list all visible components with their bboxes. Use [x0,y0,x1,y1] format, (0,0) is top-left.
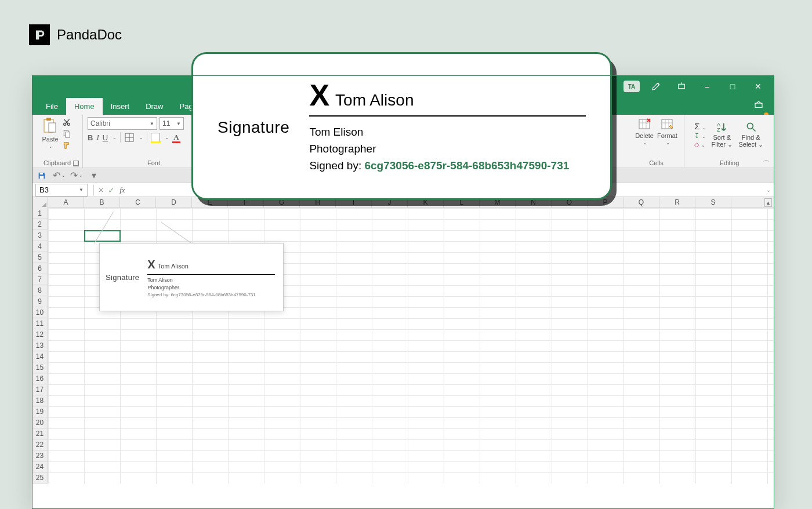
autosum-button[interactable]: Σ ⌄ [694,121,706,131]
enter-formula-icon[interactable]: ✓ [108,186,115,195]
callout-x-icon: X [309,80,329,110]
bold-button[interactable]: B [88,133,93,142]
row-header-4[interactable]: 4 [32,241,48,252]
group-editing: Σ ⌄ ↧ ⌄ ◇ ⌄ AZ Sort & Filter ⌄ Find & Se… [684,115,774,168]
qat-customize-icon[interactable]: ▾ [88,170,100,181]
pandadoc-logo: PandaDoc [29,24,122,45]
paste-button[interactable]: Paste ⌄ [42,117,58,149]
copy-icon[interactable] [61,129,72,139]
row-header-14[interactable]: 14 [32,351,48,362]
user-badge[interactable]: TA [624,81,640,92]
ribbon-display-icon[interactable] [669,75,694,97]
row-header-8[interactable]: 8 [32,285,48,296]
col-header-B[interactable]: B [84,197,120,208]
tab-draw[interactable]: Draw [137,98,171,115]
row-header-6[interactable]: 6 [32,263,48,274]
col-header-R[interactable]: R [659,197,695,208]
collapse-ribbon-icon[interactable]: ︿ [763,155,770,164]
row-header-22[interactable]: 22 [32,439,48,450]
svg-point-14 [747,123,753,129]
col-header-S[interactable]: S [695,197,731,208]
delete-button[interactable]: Delete⌄ [635,117,654,146]
row-header-5[interactable]: 5 [32,252,48,263]
italic-button[interactable]: I [96,133,99,142]
row-header-7[interactable]: 7 [32,274,48,285]
row-header-2[interactable]: 2 [32,219,48,230]
svg-rect-0 [679,84,685,89]
font-color-button[interactable]: A [172,133,180,142]
row-header-25[interactable]: 25 [32,472,48,483]
svg-rect-16 [40,176,44,179]
row-header-12[interactable]: 12 [32,329,48,340]
row-header-23[interactable]: 23 [32,450,48,461]
sort-filter-button[interactable]: AZ Sort & Filter ⌄ [710,121,734,148]
group-label-cells: Cells [649,158,663,166]
save-icon[interactable] [35,170,48,181]
mode-icon[interactable] [643,75,669,97]
cancel-formula-icon[interactable]: × [99,186,103,195]
col-header-C[interactable]: C [120,197,156,208]
row-header-1[interactable]: 1 [32,208,48,219]
maximize-button[interactable]: □ [720,75,745,97]
signature-role: Photographer [147,284,275,292]
tab-insert[interactable]: Insert [103,98,138,115]
share-icon[interactable] [753,100,766,110]
name-box-value: B3 [39,186,49,194]
name-box[interactable]: B3▼ [35,184,88,197]
clear-button[interactable]: ◇ ⌄ [694,141,706,148]
selected-cell[interactable] [84,230,121,242]
fill-button[interactable]: ↧ ⌄ [694,132,706,140]
row-header-20[interactable]: 20 [32,417,48,428]
row-header-11[interactable]: 11 [32,318,48,329]
tab-home[interactable]: Home [66,98,103,115]
row-header-16[interactable]: 16 [32,373,48,384]
cut-icon[interactable] [61,117,72,128]
tab-file[interactable]: File [38,98,66,115]
signature-name: Tom Alison [158,262,188,271]
row-header-21[interactable]: 21 [32,428,48,439]
underline-button[interactable]: U [103,133,108,142]
row-header-3[interactable]: 3 [32,230,48,241]
font-size-select[interactable]: 11▼ [160,117,184,130]
callout-label: Signature [217,118,289,137]
row-header-18[interactable]: 18 [32,395,48,406]
signature-printed-name: Tom Alison [147,277,275,284]
col-header-D[interactable]: D [156,197,192,208]
select-all-corner[interactable] [32,197,48,208]
find-select-button[interactable]: Find & Select ⌄ [738,121,764,148]
signature-object[interactable]: Signature X Tom Alison Tom Alison Photog… [99,243,284,311]
minimize-button[interactable]: – [694,75,720,97]
clipboard-dialog-launcher[interactable] [73,161,79,166]
row-header-19[interactable]: 19 [32,406,48,417]
callout-signed-line: Signed by: 6cg73056-e875r-584-68b653h475… [309,157,586,174]
svg-rect-15 [40,172,43,174]
svg-text:Z: Z [717,127,720,133]
undo-icon[interactable]: ↶⌄ [53,170,66,181]
cells-area[interactable]: Signature X Tom Alison Tom Alison Photog… [48,208,774,483]
row-header-13[interactable]: 13 [32,340,48,351]
expand-formula-bar-icon[interactable]: ⌄ [766,187,771,193]
fill-color-button[interactable] [151,133,160,142]
format-button[interactable]: Format⌄ [657,117,677,146]
sort-label: Sort & Filter ⌄ [710,134,734,148]
row-header-24[interactable]: 24 [32,461,48,472]
paste-label: Paste [42,136,58,143]
row-header-15[interactable]: 15 [32,362,48,373]
col-header-A[interactable]: A [48,197,84,208]
row-header-9[interactable]: 9 [32,296,48,307]
col-header-Q[interactable]: Q [624,197,659,208]
font-family-select[interactable]: Calibri▼ [88,117,157,130]
redo-icon[interactable]: ↷⌄ [70,170,83,181]
scroll-up-icon[interactable]: ▲ [764,198,772,207]
row-header-10[interactable]: 10 [32,307,48,318]
svg-rect-1 [755,103,762,108]
borders-button[interactable] [124,132,135,143]
spreadsheet-grid[interactable]: ABCDEFGHIJKLMNOPQRS ▲ 123456789101112131… [32,197,774,509]
format-label: Format [657,132,677,139]
format-painter-icon[interactable] [61,140,72,151]
insert-function-icon[interactable]: fx [119,186,125,195]
row-header-17[interactable]: 17 [32,384,48,395]
signature-id-line: Signed by: 6cg73056-e875r-584-68b653h475… [147,292,275,299]
close-button[interactable]: ✕ [745,75,771,97]
callout-role: Photographer [309,140,586,157]
